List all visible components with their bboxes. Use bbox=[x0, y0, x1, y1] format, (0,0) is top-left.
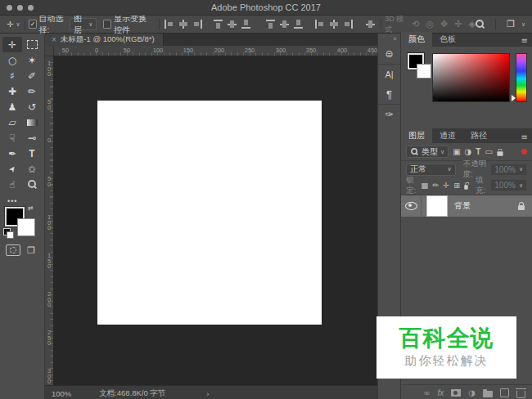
crop-tool[interactable]: ♯ bbox=[2, 68, 22, 83]
status-menu-chevron[interactable]: › bbox=[206, 389, 209, 398]
workspace-icon[interactable]: ❐ bbox=[507, 19, 515, 29]
adjustments-panel-icon[interactable]: ⊜ bbox=[378, 44, 400, 64]
zoom-tool[interactable] bbox=[22, 177, 42, 192]
distribute-middle-icon[interactable] bbox=[280, 20, 290, 29]
tab-paths[interactable]: 路径 bbox=[463, 128, 494, 143]
background-color-swatch[interactable] bbox=[17, 218, 35, 236]
lock-transparency-icon[interactable]: ▦ bbox=[421, 181, 428, 190]
align-bottom-icon[interactable] bbox=[241, 20, 251, 29]
brush-tool[interactable]: ✏ bbox=[22, 83, 42, 99]
distribute-right-icon[interactable] bbox=[343, 20, 353, 29]
tab-swatches[interactable]: 色板 bbox=[432, 32, 463, 47]
layer-row-background[interactable]: 背景 bbox=[401, 195, 532, 217]
filter-shape-layers-icon[interactable]: ▭ bbox=[485, 147, 492, 156]
document-viewport[interactable] bbox=[53, 56, 377, 385]
brush-settings-panel-icon[interactable]: ✑ bbox=[378, 105, 400, 124]
auto-select-dropdown[interactable]: 图层 ∨ bbox=[70, 18, 97, 30]
distribute-center-icon[interactable] bbox=[329, 20, 339, 29]
lock-artboard-icon[interactable]: ⊞ bbox=[453, 181, 460, 190]
3d-slide-icon[interactable]: ✢ bbox=[454, 19, 462, 29]
move-tool[interactable]: ✛ bbox=[2, 37, 22, 52]
align-right-icon[interactable] bbox=[192, 20, 202, 29]
panel-menu-icon[interactable]: ≡ bbox=[521, 36, 528, 45]
new-adjustment-layer-icon[interactable]: ◑ bbox=[468, 388, 476, 397]
document-tab[interactable]: × 未标题-1 @ 100%(RGB/8*) bbox=[45, 34, 164, 46]
show-transform-checkbox[interactable] bbox=[103, 20, 110, 29]
edit-toolbar-button[interactable]: ••• bbox=[0, 192, 44, 207]
document-canvas[interactable] bbox=[97, 101, 322, 325]
gradient-tool[interactable] bbox=[22, 114, 42, 130]
type-tool[interactable]: T bbox=[22, 146, 42, 161]
eraser-tool[interactable]: ▱ bbox=[2, 114, 22, 130]
move-tool-icon: ✛ bbox=[7, 20, 13, 29]
document-info[interactable]: 文档:468.8K/0 字节 bbox=[99, 388, 165, 399]
delete-layer-icon[interactable] bbox=[516, 391, 525, 398]
tab-color[interactable]: 颜色 bbox=[401, 32, 432, 47]
search-icon[interactable] bbox=[476, 20, 485, 29]
align-top-icon[interactable] bbox=[214, 20, 223, 29]
new-layer-icon[interactable] bbox=[500, 388, 509, 397]
screen-mode-button[interactable]: ❐ bbox=[27, 245, 35, 256]
opacity-field[interactable]: 100% ∨ bbox=[490, 164, 527, 176]
swap-colors-icon[interactable]: ⇄ bbox=[28, 204, 34, 212]
close-tab-icon[interactable]: × bbox=[52, 35, 56, 44]
ruler-label: 100 bbox=[153, 47, 164, 54]
lock-all-icon[interactable] bbox=[464, 185, 467, 189]
background-color-swatch[interactable] bbox=[417, 64, 431, 78]
tab-layers[interactable]: 图层 bbox=[401, 128, 432, 143]
layer-filter-kind-dropdown[interactable]: 类型 ∨ bbox=[406, 146, 449, 158]
lock-pixels-icon[interactable]: ✏ bbox=[432, 181, 439, 190]
paragraph-panel-icon[interactable]: ¶ bbox=[378, 84, 400, 104]
filter-type-layers-icon[interactable]: T bbox=[476, 147, 480, 156]
layer-filter-toggle[interactable] bbox=[521, 149, 527, 155]
hue-slider-marker[interactable] bbox=[512, 95, 516, 101]
divider bbox=[25, 19, 25, 30]
distribute-spacing-icon[interactable] bbox=[366, 20, 376, 29]
new-group-icon[interactable] bbox=[483, 391, 493, 397]
filter-pixel-layers-icon[interactable]: ▣ bbox=[453, 147, 460, 156]
layer-visibility-toggle[interactable] bbox=[401, 195, 422, 217]
healing-brush-tool[interactable]: ✚ bbox=[2, 83, 22, 99]
blend-mode-dropdown[interactable]: 正常 ∨ bbox=[406, 164, 456, 176]
default-colors-icon[interactable] bbox=[3, 228, 13, 238]
fill-field[interactable]: 100% ∨ bbox=[490, 179, 527, 191]
align-middle-icon[interactable] bbox=[228, 20, 237, 29]
3d-pan-icon[interactable]: ✥ bbox=[440, 19, 448, 29]
expand-panels-icon[interactable]: » bbox=[393, 35, 397, 43]
layer-style-icon[interactable]: fx bbox=[437, 388, 444, 397]
marquee-tool[interactable] bbox=[22, 37, 42, 52]
quick-mask-button[interactable] bbox=[6, 244, 20, 256]
add-mask-icon[interactable] bbox=[451, 389, 461, 397]
hue-slider[interactable] bbox=[516, 53, 527, 102]
3d-camera-icon[interactable]: ◈ bbox=[469, 19, 476, 29]
character-panel-icon[interactable]: A| bbox=[378, 65, 400, 84]
auto-select-checkbox[interactable]: ✓ bbox=[29, 20, 36, 29]
panel-menu-icon[interactable]: ≡ bbox=[521, 132, 528, 141]
layer-thumbnail[interactable] bbox=[426, 195, 448, 217]
distribute-top-icon[interactable] bbox=[266, 20, 276, 29]
history-brush-tool[interactable]: ↺ bbox=[22, 99, 42, 114]
lock-icon bbox=[518, 205, 525, 210]
distribute-bottom-icon[interactable] bbox=[294, 20, 304, 29]
tool-preset[interactable]: ✛ ∨ bbox=[7, 20, 20, 29]
smudge-tool[interactable]: ☟ bbox=[2, 130, 22, 146]
dodge-tool[interactable]: ⊸ bbox=[22, 130, 42, 146]
align-center-h-icon[interactable] bbox=[178, 20, 188, 29]
lasso-tool[interactable]: ○ bbox=[2, 52, 22, 68]
link-layers-icon[interactable]: ∞ bbox=[423, 388, 430, 397]
eyedropper-tool[interactable]: ✐ bbox=[22, 68, 42, 83]
align-left-icon[interactable] bbox=[165, 20, 174, 29]
filter-adjustment-layers-icon[interactable]: ◑ bbox=[465, 147, 472, 156]
clone-stamp-tool[interactable]: ♟ bbox=[2, 99, 22, 114]
zoom-level-field[interactable]: 100% bbox=[52, 389, 92, 398]
saturation-brightness-picker[interactable] bbox=[432, 53, 510, 102]
filter-smart-objects-icon[interactable] bbox=[497, 151, 503, 155]
tab-channels[interactable]: 通道 bbox=[432, 128, 463, 143]
titlebar: Adobe Photoshop CC 2017 bbox=[0, 0, 532, 16]
magic-wand-tool[interactable]: ✶ bbox=[22, 52, 42, 68]
shape-tool[interactable]: ✩ bbox=[22, 161, 42, 177]
3d-orbit-icon[interactable]: ⟲ bbox=[412, 19, 419, 29]
distribute-left-icon[interactable] bbox=[315, 20, 325, 29]
lock-position-icon[interactable]: ✛ bbox=[443, 181, 449, 190]
3d-roll-icon[interactable]: ◎ bbox=[426, 19, 434, 29]
